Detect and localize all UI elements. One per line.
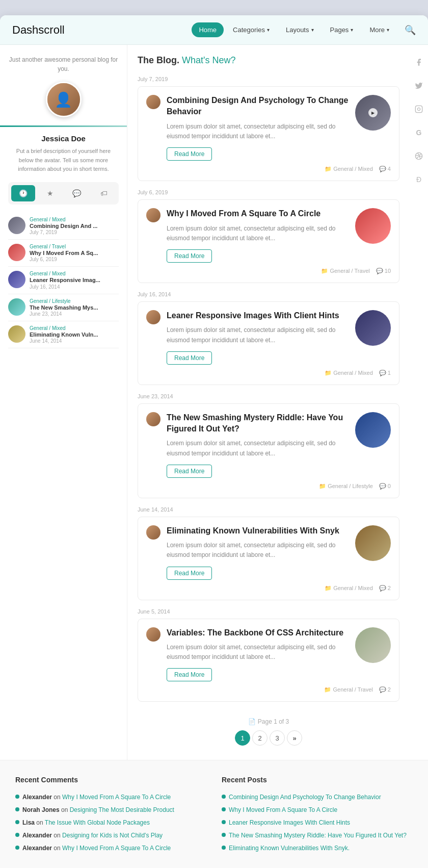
post-card: Eliminating Known Vulnerabilities With S… <box>138 517 399 600</box>
twitter-icon[interactable] <box>412 79 426 93</box>
page-button-3[interactable]: 3 <box>270 730 285 746</box>
list-item: Norah Jones on Designing The Most Desira… <box>15 804 206 816</box>
post-card-body: Why I Moved From A Square To A Circle Lo… <box>167 208 349 263</box>
read-more-button[interactable]: Read More <box>167 147 212 161</box>
post-title[interactable]: The New Smashing Mystery Riddle: Have Yo… <box>167 412 349 435</box>
sidebar-post-title[interactable]: Leaner Responsive Imag... <box>30 276 100 284</box>
post-title[interactable]: Variables: The Backbone Of CSS Architect… <box>167 627 349 639</box>
page-button-1[interactable]: 1 <box>235 730 250 746</box>
nav-item-pages[interactable]: Pages ▾ <box>323 22 361 37</box>
bullet-icon <box>15 833 19 837</box>
sidebar-tab-tags[interactable]: 🏷 <box>92 185 116 201</box>
chevron-down-icon: ▾ <box>311 27 314 33</box>
post-card-footer: 📁 General / Mixed 💬 1 <box>167 370 391 376</box>
post-with-author: The New Smashing Mystery Riddle: Have Yo… <box>146 412 391 490</box>
sidebar-post-title[interactable]: Eliminating Known Vuln... <box>30 331 98 338</box>
list-item: General / Lifestyle The New Smashing Mys… <box>8 294 119 321</box>
post-card-inner: Why I Moved From A Square To A Circle Lo… <box>167 208 391 263</box>
nav-item-home[interactable]: Home <box>192 22 224 37</box>
avatar-image: 👤 <box>47 83 80 116</box>
comment-link[interactable]: Designing The Most Desirable Product <box>70 806 174 813</box>
nav-item-more[interactable]: More ▾ <box>362 22 396 37</box>
recent-posts-widget: Recent Posts Combining Design And Psycho… <box>222 776 413 854</box>
comment-link[interactable]: Why I Moved From A Square To A Circle <box>62 845 171 852</box>
sidebar-post-title[interactable]: Combining Design And ... <box>30 222 97 229</box>
sidebar-post-thumb <box>8 325 25 343</box>
play-icon: ▶ <box>368 108 378 117</box>
recent-post-link[interactable]: Why I Moved From A Square To A Circle <box>229 806 337 814</box>
nav-item-categories[interactable]: Categories ▾ <box>226 22 277 37</box>
read-more-button[interactable]: Read More <box>167 249 212 263</box>
post-date-group: July 16, 2014 <box>138 291 399 297</box>
pagination-text: Page 1 of 3 <box>258 718 289 725</box>
blog-heading-main: The Blog. <box>138 55 179 65</box>
post-card-body: Eliminating Known Vulnerabilities With S… <box>167 525 349 580</box>
post-with-author: Why I Moved From A Square To A Circle Lo… <box>146 208 391 274</box>
logo: Dashscroll <box>12 23 65 37</box>
sidebar-post-category: General / Mixed <box>30 325 98 331</box>
post-card-footer: 📁 General / Mixed 💬 4 <box>167 166 391 172</box>
footer-widget: Recent Comments Alexander on Why I Moved… <box>0 760 428 868</box>
comment-link[interactable]: Designing for Kids is Not Child's Play <box>62 832 163 839</box>
post-with-author: Variables: The Backbone Of CSS Architect… <box>146 627 391 694</box>
svg-rect-0 <box>415 106 422 112</box>
instagram-icon[interactable] <box>412 102 426 116</box>
sidebar-tab-recent[interactable]: 🕐 <box>11 185 35 201</box>
post-title[interactable]: Eliminating Known Vulnerabilities With S… <box>167 525 349 537</box>
list-item: General / Mixed Leaner Responsive Imag..… <box>8 267 119 294</box>
sidebar-post-title[interactable]: The New Smashing Mys... <box>30 304 98 311</box>
page-button-2[interactable]: 2 <box>252 730 268 746</box>
comment-author: Lisa <box>22 819 35 826</box>
search-button[interactable]: 🔍 <box>405 24 416 36</box>
post-card-content: Variables: The Backbone Of CSS Architect… <box>167 627 391 694</box>
read-more-button[interactable]: Read More <box>167 668 212 681</box>
post-with-author: Combining Design And Psychology To Chang… <box>146 95 391 172</box>
recent-post-link[interactable]: Leaner Responsive Images With Client Hin… <box>229 819 350 827</box>
post-card: Combining Design And Psychology To Chang… <box>138 86 399 181</box>
google-icon[interactable]: G <box>412 125 426 140</box>
deviantart-icon[interactable]: Ð <box>412 172 426 187</box>
post-excerpt: Lorem ipsum dolor sit amet, consectetur … <box>167 325 349 345</box>
post-card-inner: Combining Design And Psychology To Chang… <box>167 95 391 161</box>
recent-post-link[interactable]: The New Smashing Mystery Riddle: Have Yo… <box>229 831 407 840</box>
list-item: Lisa on The Issue With Global Node Packa… <box>15 816 206 829</box>
sidebar-tab-comments[interactable]: 💬 <box>65 185 89 201</box>
sidebar-post-date: June 14, 2014 <box>30 338 98 344</box>
post-thumbnail: ▶ <box>355 95 391 131</box>
comment-link[interactable]: The Issue With Global Node Packages <box>45 819 150 826</box>
logo-part2: scroll <box>38 23 64 36</box>
sidebar-post-title[interactable]: Why I Moved From A Sq... <box>30 249 98 257</box>
post-card-content: Leaner Responsive Images With Client Hin… <box>167 310 391 376</box>
read-more-button[interactable]: Read More <box>167 567 212 580</box>
dribbble-icon[interactable] <box>412 149 426 163</box>
nav-item-layouts[interactable]: Layouts ▾ <box>279 22 321 37</box>
facebook-icon[interactable] <box>412 55 426 69</box>
sidebar-tab-favorites[interactable]: ★ <box>38 185 62 201</box>
comment-link[interactable]: Why I Moved From A Square To A Circle <box>62 794 171 801</box>
post-date-group: June 14, 2014 <box>138 506 399 513</box>
post-title[interactable]: Leaner Responsive Images With Client Hin… <box>167 310 349 321</box>
read-more-button[interactable]: Read More <box>167 465 212 478</box>
page-icon: 📄 <box>248 718 256 725</box>
list-item: General / Travel Why I Moved From A Sq..… <box>8 240 119 267</box>
list-item: General / Mixed Combining Design And ...… <box>8 213 119 240</box>
post-thumb-wrap: ▶ <box>355 95 391 131</box>
author-name: Jessica Doe <box>8 134 119 143</box>
post-card-body: The New Smashing Mystery Riddle: Have Yo… <box>167 412 349 478</box>
blog-heading: The Blog. What's New? <box>138 55 399 66</box>
sidebar-posts-list: General / Mixed Combining Design And ...… <box>8 213 119 348</box>
post-title[interactable]: Combining Design And Psychology To Chang… <box>167 95 349 118</box>
list-item: Alexander on Why I Moved From A Square T… <box>15 842 206 855</box>
post-title[interactable]: Why I Moved From A Square To A Circle <box>167 208 349 219</box>
post-author-avatar <box>146 95 160 109</box>
post-thumbnail <box>355 627 391 663</box>
post-excerpt: Lorem ipsum dolor sit amet, consectetur … <box>167 541 349 560</box>
post-excerpt: Lorem ipsum dolor sit amet, consectetur … <box>167 122 349 141</box>
read-more-button[interactable]: Read More <box>167 351 212 365</box>
post-category: 📁 General / Lifestyle <box>319 483 373 490</box>
recent-post-link[interactable]: Combining Design And Psychology To Chang… <box>229 793 381 802</box>
sidebar-post-category: General / Mixed <box>30 271 100 276</box>
page-button-next[interactable]: » <box>287 730 302 746</box>
recent-post-link[interactable]: Eliminating Known Vulnerabilities With S… <box>229 844 350 853</box>
post-card-footer: 📁 General / Travel 💬 2 <box>167 686 391 693</box>
